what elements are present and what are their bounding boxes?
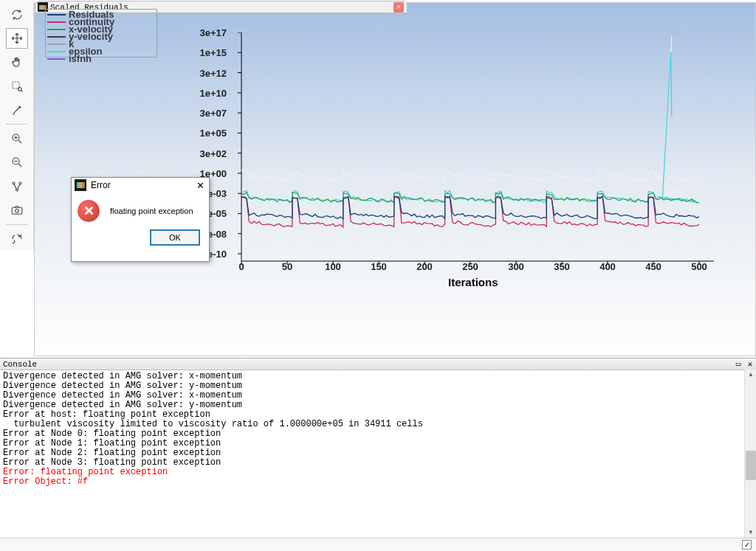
branch-tool[interactable] xyxy=(6,176,28,196)
status-checkbox[interactable]: ✓ xyxy=(742,540,752,550)
console-header[interactable]: Console ▭ ✕ xyxy=(0,358,756,370)
legend-swatch xyxy=(47,29,66,30)
dialog-titlebar[interactable]: Error ✕ xyxy=(72,178,209,193)
legend-swatch xyxy=(47,51,66,52)
console-title: Console xyxy=(3,360,37,369)
pick-tool[interactable] xyxy=(6,100,28,120)
left-toolbar xyxy=(0,0,34,251)
camera-tool[interactable] xyxy=(6,200,28,221)
move-tool[interactable] xyxy=(6,28,28,49)
svg-point-5 xyxy=(19,182,21,184)
ok-button[interactable]: OK xyxy=(150,229,200,246)
console-close-icon[interactable]: ✕ xyxy=(744,358,756,369)
legend-label: y-velocity xyxy=(69,33,113,41)
pan-tool[interactable] xyxy=(6,52,28,72)
zoom-select-tool[interactable] xyxy=(6,76,28,97)
legend-swatch xyxy=(47,58,66,60)
main-area: Scaled Residuals × Residualscontinuityx-… xyxy=(0,0,756,358)
rotate-view-tool[interactable] xyxy=(6,229,28,249)
dialog-title-text: Error xyxy=(91,180,111,190)
dialog-app-icon xyxy=(75,179,86,191)
status-bar: ✓ xyxy=(0,538,756,551)
error-dialog: Error ✕ ✕ floating point exception OK xyxy=(71,177,210,262)
console-scrollbar[interactable]: ▲ ▼ xyxy=(744,370,756,538)
legend-label: isfnh xyxy=(69,55,92,63)
svg-rect-7 xyxy=(12,207,22,214)
close-icon[interactable]: ✕ xyxy=(194,179,206,191)
x-axis-title: Iterations xyxy=(448,276,498,288)
console-line: Error: floating point exception xyxy=(3,468,753,477)
legend-swatch xyxy=(47,36,66,38)
legend-item: epsilon xyxy=(47,48,155,55)
svg-point-4 xyxy=(13,182,15,184)
legend-swatch xyxy=(47,44,66,45)
error-icon: ✕ xyxy=(78,200,100,222)
scroll-down-icon[interactable]: ▼ xyxy=(746,527,756,538)
svg-point-8 xyxy=(15,209,18,212)
zoom-out-tool[interactable] xyxy=(6,152,28,173)
svg-rect-0 xyxy=(13,82,19,89)
console-panel: Console ▭ ✕ Divergence detected in AMG s… xyxy=(0,358,756,551)
zoom-in-tool[interactable] xyxy=(6,128,28,149)
legend-item: y-velocity xyxy=(47,33,155,41)
refresh-tool[interactable] xyxy=(6,4,28,25)
scroll-thumb[interactable] xyxy=(746,451,756,480)
legend-swatch xyxy=(47,21,66,23)
svg-point-6 xyxy=(16,189,18,191)
console-undock-icon[interactable]: ▭ xyxy=(732,358,744,369)
chart-canvas xyxy=(182,32,714,268)
toolbar-divider xyxy=(6,224,28,225)
legend: Residualscontinuityx-velocityy-velocityk… xyxy=(45,9,157,58)
toolbar-divider xyxy=(6,124,28,125)
console-output[interactable]: Divergence detected in AMG solver: x-mom… xyxy=(0,370,756,538)
dialog-message: floating point exception xyxy=(110,207,193,215)
scroll-up-icon[interactable]: ▲ xyxy=(746,370,756,380)
legend-swatch xyxy=(47,14,66,15)
console-line: Error Object: #f xyxy=(3,477,753,487)
tab-close-icon[interactable]: × xyxy=(394,2,404,13)
